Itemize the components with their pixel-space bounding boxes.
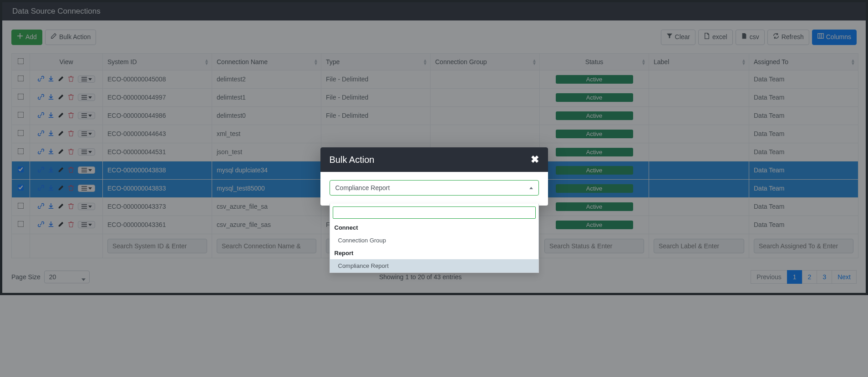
- dropdown-group-label: Report: [330, 247, 538, 259]
- close-icon[interactable]: ✖: [531, 154, 539, 166]
- bulk-action-modal: Bulk Action ✖ Compliance Report ConnectC…: [320, 147, 548, 206]
- dropdown-item[interactable]: Connection Group: [330, 234, 538, 247]
- modal-title: Bulk Action: [330, 155, 375, 165]
- action-select[interactable]: Compliance Report: [330, 180, 539, 196]
- action-dropdown: ConnectConnection GroupReportCompliance …: [330, 204, 539, 273]
- action-select-value: Compliance Report: [335, 184, 390, 191]
- dropdown-item[interactable]: Compliance Report: [330, 259, 538, 272]
- chevron-up-icon: [529, 187, 533, 189]
- dropdown-search-input[interactable]: [333, 206, 536, 219]
- dropdown-group-label: Connect: [330, 221, 538, 234]
